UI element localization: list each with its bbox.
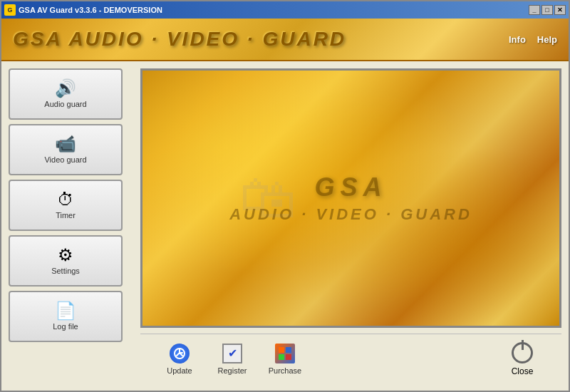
settings-icon: ⚙	[58, 247, 73, 264]
power-icon	[512, 342, 533, 363]
update-label: Update	[167, 366, 192, 375]
purchase-label: Purchase	[269, 366, 301, 375]
settings-button[interactable]: ⚙ Settings	[9, 235, 123, 287]
close-toolbar-button[interactable]: Close	[497, 338, 547, 381]
maximize-button[interactable]: □	[542, 5, 553, 15]
title-bar: G GSA AV Guard v3.3.6 - DEMOVERSION _ □ …	[1, 1, 569, 19]
svg-rect-1	[279, 347, 284, 353]
svg-rect-3	[279, 354, 284, 360]
close-button[interactable]: ✕	[554, 5, 566, 15]
close-toolbar-label: Close	[512, 366, 534, 376]
audio-guard-button[interactable]: 🔊 Audio guard	[9, 68, 123, 120]
log-file-label: Log file	[53, 322, 78, 331]
sidebar: 🔊 Audio guard 📹 Video guard ⏱ Timer ⚙ Se…	[9, 68, 133, 383]
video-watermark: GSA AUDIO · VIDEO · GUARD	[142, 71, 559, 326]
watermark-line2: AUDIO · VIDEO · GUARD	[229, 205, 472, 224]
update-icon	[170, 344, 190, 363]
audio-guard-icon: 🔊	[55, 80, 76, 97]
timer-button[interactable]: ⏱ Timer	[9, 180, 123, 231]
timer-label: Timer	[56, 211, 76, 220]
audio-guard-label: Audio guard	[44, 100, 86, 108]
update-button[interactable]: Update	[155, 338, 204, 381]
video-display: 🛍 GSA AUDIO · VIDEO · GUARD	[140, 68, 561, 328]
banner-title: GSA AUDIO · VIDEO · GUARD	[13, 28, 346, 51]
register-button[interactable]: ✔ Register	[207, 338, 257, 381]
main-content: 🔊 Audio guard 📹 Video guard ⏱ Timer ⚙ Se…	[1, 61, 569, 391]
svg-rect-2	[286, 347, 291, 353]
help-nav-link[interactable]: Help	[537, 34, 557, 45]
svg-rect-4	[286, 354, 291, 360]
watermark-line1: GSA	[314, 172, 387, 202]
banner-nav: Info Help	[509, 34, 557, 45]
info-nav-link[interactable]: Info	[509, 34, 526, 45]
log-file-button[interactable]: 📄 Log file	[9, 291, 123, 342]
window-title: GSA AV Guard v3.3.6 - DEMOVERSION	[19, 6, 529, 14]
app-icon: G	[4, 4, 16, 16]
window-controls: _ □ ✕	[529, 5, 566, 15]
purchase-button[interactable]: Purchase	[260, 338, 310, 381]
app-window: G GSA AV Guard v3.3.6 - DEMOVERSION _ □ …	[0, 0, 570, 392]
settings-label: Settings	[51, 267, 80, 275]
register-label: Register	[218, 366, 247, 375]
video-guard-label: Video guard	[44, 155, 86, 164]
video-guard-button[interactable]: 📹 Video guard	[9, 124, 123, 175]
center-content: 🛍 GSA AUDIO · VIDEO · GUARD	[140, 68, 561, 383]
video-guard-icon: 📹	[55, 135, 76, 153]
header-banner: GSA AUDIO · VIDEO · GUARD Info Help	[1, 19, 569, 61]
log-file-icon: 📄	[55, 302, 76, 319]
purchase-icon	[275, 344, 295, 363]
minimize-button[interactable]: _	[529, 5, 540, 15]
timer-icon: ⏱	[57, 191, 74, 208]
register-icon: ✔	[222, 344, 242, 363]
bottom-toolbar: Update ✔ Register Purcha	[140, 334, 561, 383]
